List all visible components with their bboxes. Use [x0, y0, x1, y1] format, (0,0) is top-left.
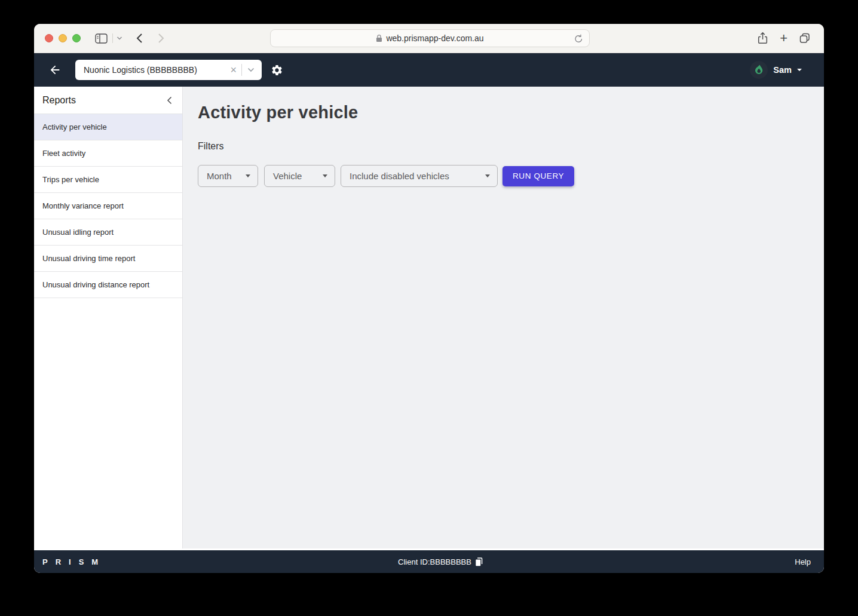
sidebar-item-fleet-activity[interactable]: Fleet activity	[34, 140, 182, 167]
sidebar-item-unusual-driving-distance-report[interactable]: Unusual driving distance report	[34, 272, 182, 298]
user-menu-name[interactable]: Sam	[773, 65, 792, 75]
browser-toolbar: web.prismapp-dev.com.au +	[34, 24, 824, 53]
client-picker-combobox[interactable]: Nuonic Logistics (BBBBBBBB) ×	[75, 60, 262, 80]
month-select-label: Month	[207, 171, 232, 181]
sidebar-item-trips-per-vehicle[interactable]: Trips per vehicle	[34, 167, 182, 193]
chevron-left-icon[interactable]	[167, 96, 172, 105]
main-panel: Activity per vehicle Filters Month Vehic…	[183, 87, 824, 548]
include-disabled-vehicles-select[interactable]: Include disabled vehicles	[341, 165, 498, 187]
chevron-down-icon[interactable]	[797, 69, 802, 71]
forward-icon[interactable]	[158, 33, 164, 44]
content-area: Reports Activity per vehicle Fleet activ…	[34, 87, 824, 548]
new-tab-icon[interactable]: +	[780, 30, 787, 46]
brand-logo: PRISM	[42, 557, 106, 566]
app-navbar: Nuonic Logistics (BBBBBBBB) × Sam	[34, 53, 824, 87]
filter-row: Month Vehicle Include disabled vehicles …	[198, 165, 824, 187]
chevron-down-icon	[323, 174, 327, 177]
sidebar-item-unusual-driving-time-report[interactable]: Unusual driving time report	[34, 246, 182, 272]
address-bar[interactable]: web.prismapp-dev.com.au	[270, 29, 590, 47]
client-id: Client ID:BBBBBBBB	[398, 557, 483, 566]
help-link[interactable]: Help	[795, 557, 811, 566]
sidebar-item-activity-per-vehicle[interactable]: Activity per vehicle	[34, 114, 182, 140]
client-picker-value: Nuonic Logistics (BBBBBBBB)	[84, 65, 230, 75]
include-disabled-vehicles-label: Include disabled vehicles	[350, 171, 449, 181]
sidebar-item-monthly-variance-report[interactable]: Monthly variance report	[34, 193, 182, 219]
browser-window: web.prismapp-dev.com.au +	[34, 24, 824, 573]
reload-icon[interactable]	[574, 34, 583, 44]
chevron-down-icon	[246, 174, 250, 177]
vehicle-select[interactable]: Vehicle	[264, 165, 335, 187]
arrow-left-icon[interactable]	[48, 63, 63, 77]
minimize-window-button[interactable]	[59, 34, 67, 42]
month-select[interactable]: Month	[198, 165, 258, 187]
flame-icon	[753, 65, 764, 75]
toolbar-divider	[112, 33, 113, 43]
sidebar-toggle-icon[interactable]	[95, 33, 108, 44]
zoom-window-button[interactable]	[72, 34, 81, 42]
app-footer: PRISM Client ID:BBBBBBBB Help	[34, 550, 824, 573]
combobox-divider	[241, 64, 242, 76]
close-window-button[interactable]	[45, 34, 53, 42]
client-id-text: Client ID:BBBBBBBB	[398, 557, 471, 566]
lock-icon	[376, 34, 382, 42]
chevron-down-icon	[485, 174, 490, 177]
toolbar-right-icons: +	[757, 24, 811, 53]
clear-icon[interactable]: ×	[230, 65, 237, 75]
page-title: Activity per vehicle	[198, 103, 824, 122]
sidebar-title: Reports	[42, 95, 76, 106]
chevron-down-icon[interactable]	[247, 68, 255, 72]
traffic-lights	[45, 34, 81, 42]
tab-overview-icon[interactable]	[799, 32, 811, 44]
chevron-down-icon[interactable]	[117, 36, 122, 40]
sidebar-header: Reports	[34, 87, 182, 114]
back-icon[interactable]	[136, 33, 143, 44]
share-icon[interactable]	[757, 32, 768, 45]
gear-icon[interactable]	[271, 64, 283, 76]
run-query-button[interactable]: RUN QUERY	[502, 166, 574, 186]
filters-label: Filters	[198, 141, 824, 152]
url-text: web.prismapp-dev.com.au	[386, 33, 483, 43]
copy-icon[interactable]	[475, 557, 483, 566]
reports-sidebar: Reports Activity per vehicle Fleet activ…	[34, 87, 183, 548]
vehicle-select-label: Vehicle	[273, 171, 302, 181]
sidebar-item-unusual-idling-report[interactable]: Unusual idling report	[34, 219, 182, 246]
avatar[interactable]	[750, 61, 768, 79]
